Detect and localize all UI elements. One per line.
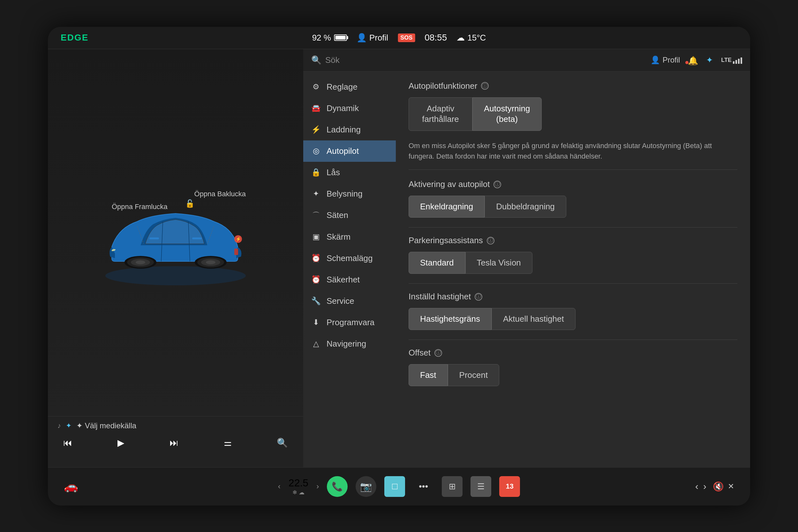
standard-parking-button[interactable]: Standard [408,252,466,274]
temp-display: ☁ 15°C [456,33,486,43]
media-source-label[interactable]: ✦ Välj mediekälla [76,421,136,430]
signal-bar-3 [738,59,740,64]
profile-top-label: Profil [663,56,680,64]
tesla-vision-button[interactable]: Tesla Vision [466,252,532,274]
taskbar-left: 🚗 [64,480,231,493]
screen-app-button[interactable]: □ [384,476,405,497]
fixed-offset-button[interactable]: Fast [408,364,448,386]
las-icon: 🔒 [311,168,321,177]
camera-app-button[interactable]: 📷 [356,476,376,497]
sidebar-item-belysning[interactable]: ✦ Belysning [303,183,396,205]
svg-rect-12 [192,238,202,239]
nav-next-button[interactable]: › [703,481,706,492]
nav-prev-button[interactable]: ‹ [695,481,698,492]
sidebar-item-programvara[interactable]: ⬇ Programvara [303,312,396,333]
sidebar-item-dynamik[interactable]: 🚘 Dynamik [303,98,396,119]
activation-buttons: Enkeldragning Dubbeldragning [408,196,737,217]
eq-button[interactable]: ⚌ [221,435,234,451]
sidebar-item-service[interactable]: 🔧 Service [303,290,396,312]
speed-info[interactable]: ⓘ [475,293,482,301]
single-pull-button[interactable]: Enkeldragning [408,196,484,217]
double-pull-button[interactable]: Dubbeldragning [484,196,566,217]
adaptive-cruise-label: Adaptivfarthållare [422,104,459,124]
volume-control: 🔇 ✕ [713,481,734,492]
autopilot-icon: ◎ [311,147,321,155]
lte-signal-icon: LTE [721,56,742,64]
next-track-button[interactable]: ⏭ [167,435,181,451]
temp-decrease-button[interactable]: ‹ [278,482,281,491]
skarm-label: Skärm [326,232,350,242]
programvara-label: Programvara [326,318,375,327]
play-pause-button[interactable]: ▶ [115,435,127,451]
taskbar: 🚗 ‹ 22.5 ❄ ☁ › 📞 📷 □ ••• ⊞ ☰ [48,467,750,506]
profile-top-button[interactable]: 👤 Profil [650,56,680,64]
temp-increase-button[interactable]: › [316,482,319,491]
adaptive-cruise-button[interactable]: Adaptivfarthållare [408,97,472,131]
belysning-label: Belysning [326,189,363,199]
percent-offset-button[interactable]: Procent [448,364,499,386]
signal-bars [733,56,742,64]
activation-info[interactable]: ⓘ [493,180,501,188]
sidebar-item-navigering[interactable]: △ Navigering [303,333,396,355]
main-layout: Öppna Framlucka 🔓 Öppna Baklucka [48,49,750,467]
bluetooth-icon: ✦ [66,422,72,430]
prev-track-button[interactable]: ⏮ [61,435,75,451]
temperature-value: 15°C [467,33,486,43]
volume-icon[interactable]: 🔇 [713,481,724,492]
taskbar-center: ‹ 22.5 ❄ ☁ › 📞 📷 □ ••• ⊞ ☰ 13 [231,476,567,497]
profile-button[interactable]: 👤 Profil [357,33,388,43]
sos-badge[interactable]: SOS [398,34,415,42]
sidebar-item-autopilot[interactable]: ◎ Autopilot [303,140,396,162]
schemalägg-label: Schemalägg [326,253,373,263]
las-label: Lås [326,168,340,177]
list-app-button[interactable]: ☰ [471,476,491,497]
bell-icon[interactable]: 🔔 [688,56,698,65]
car-home-button[interactable]: 🚗 [64,480,78,493]
saten-label: Säten [326,210,348,220]
speed-limit-label: Hastighetsgräns [420,314,480,324]
speed-title: Inställd hastighet ⓘ [408,292,737,302]
camera-icon: 📷 [360,481,372,492]
battery-info: 92 % [312,33,347,43]
autosteer-label: Autostyrning(beta) [484,104,530,124]
more-icon: ••• [419,481,428,492]
search-input-area[interactable]: 🔍 Sök [311,55,646,65]
activation-label: Aktivering av autopilot [408,179,490,189]
svg-point-0 [105,266,246,285]
search-bar: 🔍 Sök 👤 Profil 🔔 ✦ LTE [303,49,750,72]
sidebar-item-sakerhet[interactable]: ⏰ Säkerhet [303,269,396,290]
autosteer-button[interactable]: Autostyrning(beta) [472,97,542,131]
left-panel: Öppna Framlucka 🔓 Öppna Baklucka [48,49,303,467]
sidebar-item-saten[interactable]: ⌒ Säten [303,205,396,226]
sidebar-item-reglage[interactable]: ⚙ Reglage [303,76,396,98]
svg-rect-11 [149,238,159,239]
parking-title: Parkeringsassistans ⓘ [408,235,737,245]
search-media-button[interactable]: 🔍 [274,435,290,451]
calendar-app-button[interactable]: 13 [499,476,520,497]
parking-info[interactable]: ⓘ [487,237,494,245]
sidebar-item-las[interactable]: 🔒 Lås [303,162,396,183]
sidebar-item-schemalägg[interactable]: ⏰ Schemalägg [303,248,396,269]
battery-icon [334,35,347,41]
autopilot-functions-label: Autopilotfunktioner [408,81,477,91]
status-center: 92 % 👤 Profil SOS 08:55 ☁ 15°C [312,33,486,43]
right-panel: 🔍 Sök 👤 Profil 🔔 ✦ LTE [303,49,750,467]
laddning-icon: ⚡ [311,125,321,134]
signal-bar-2 [736,60,737,64]
tesla-car-illustration: Öppna Framlucka 🔓 Öppna Baklucka [86,177,265,288]
autopilot-functions-info[interactable]: ⓘ [481,82,489,90]
more-apps-button[interactable]: ••• [413,476,434,497]
saten-icon: ⌒ [311,210,321,221]
rear-trunk-label[interactable]: Öppna Baklucka [194,190,246,199]
dynamik-icon: 🚘 [311,104,321,113]
volume-x-button[interactable]: ✕ [728,482,734,491]
speed-limit-button[interactable]: Hastighetsgräns [408,308,492,330]
current-speed-button[interactable]: Aktuell hastighet [492,308,575,330]
offset-info[interactable]: ⓘ [434,349,442,357]
front-trunk-label[interactable]: Öppna Framlucka [112,202,168,212]
sidebar-item-skarm[interactable]: ▣ Skärm [303,226,396,248]
sidebar-item-laddning[interactable]: ⚡ Laddning [303,119,396,140]
grid-app-button[interactable]: ⊞ [442,476,462,497]
phone-app-button[interactable]: 📞 [327,476,348,497]
bluetooth-icon[interactable]: ✦ [706,55,713,65]
